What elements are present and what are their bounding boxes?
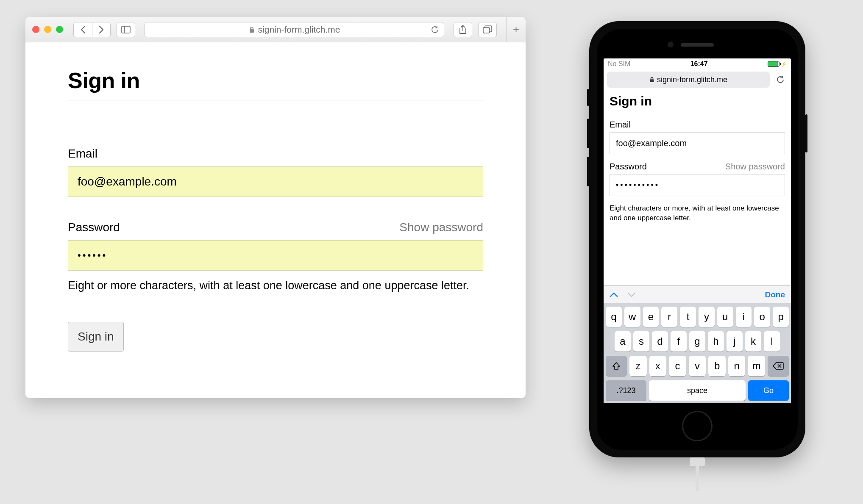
page-content: Sign in Email Password Show password Eig… (25, 42, 526, 398)
key-e[interactable]: e (643, 307, 659, 327)
chevron-left-icon (80, 25, 86, 34)
iphone-device: No SIM 16:47 ⚡ signin-form.glitch.me Sig… (589, 21, 805, 457)
reload-icon (431, 26, 439, 33)
nav-buttons (73, 22, 111, 37)
speaker-grille (681, 43, 714, 47)
keyboard-row-3: zxcvbnm (606, 356, 789, 376)
email-input[interactable] (68, 166, 483, 197)
title-divider (68, 100, 483, 100)
key-c[interactable]: c (669, 356, 686, 376)
share-button[interactable] (454, 22, 472, 37)
key-i[interactable]: i (736, 307, 752, 327)
keyboard-row-2: asdfghjkl (606, 331, 789, 352)
front-camera (668, 42, 674, 47)
mobile-address-bar[interactable]: signin-form.glitch.me (607, 72, 770, 88)
share-icon (459, 25, 467, 34)
password-field-group: Password Show password Eight or more cha… (68, 221, 483, 292)
mobile-reload-button[interactable] (773, 76, 788, 83)
mobile-password-label: Password (610, 162, 647, 172)
email-label: Email (68, 147, 97, 161)
mute-switch (587, 89, 589, 106)
safari-window: signin-form.glitch.me + Sign in Email P (25, 17, 526, 398)
key-v[interactable]: v (689, 356, 706, 376)
plus-icon: + (513, 23, 519, 36)
mobile-email-label: Email (610, 120, 631, 130)
tabs-button[interactable] (478, 22, 497, 37)
email-field-group: Email (68, 147, 483, 197)
key-y[interactable]: y (699, 307, 715, 327)
mobile-email-input[interactable] (610, 132, 785, 154)
close-window-button[interactable] (32, 26, 39, 33)
status-bar: No SIM 16:47 ⚡ (604, 58, 791, 69)
mobile-page-title: Sign in (610, 94, 785, 108)
key-b[interactable]: b (708, 356, 726, 376)
mobile-password-input[interactable] (610, 174, 785, 196)
battery-icon (768, 61, 779, 67)
chevron-down-icon (627, 292, 636, 298)
svg-rect-2 (250, 29, 254, 33)
backspace-key[interactable] (768, 356, 789, 376)
chevron-right-icon (98, 25, 104, 34)
key-u[interactable]: u (717, 307, 733, 327)
key-k[interactable]: k (745, 331, 761, 352)
keyboard-accessory-bar: Done (604, 285, 791, 303)
battery-indicator: ⚡ (768, 61, 787, 67)
keyboard-done-button[interactable]: Done (765, 290, 785, 299)
back-button[interactable] (73, 22, 92, 37)
go-key[interactable]: Go (748, 380, 789, 401)
power-button (805, 114, 807, 152)
reload-button[interactable] (431, 26, 439, 33)
iphone-screen: No SIM 16:47 ⚡ signin-form.glitch.me Sig… (604, 58, 791, 403)
show-password-toggle[interactable]: Show password (399, 221, 483, 234)
volume-down-button (587, 157, 589, 186)
maximize-window-button[interactable] (56, 26, 63, 33)
key-x[interactable]: x (649, 356, 667, 376)
mobile-show-password-toggle[interactable]: Show password (725, 162, 785, 172)
key-j[interactable]: j (727, 331, 743, 352)
key-s[interactable]: s (633, 331, 649, 352)
lock-icon (649, 77, 654, 83)
sidebar-toggle-button[interactable] (117, 22, 135, 37)
key-n[interactable]: n (728, 356, 746, 376)
numbers-key[interactable]: .?123 (606, 380, 646, 401)
address-bar[interactable]: signin-form.glitch.me (145, 22, 444, 37)
signin-button[interactable]: Sign in (68, 322, 124, 352)
charging-icon: ⚡ (781, 61, 787, 67)
clock-label: 16:47 (690, 60, 708, 68)
new-tab-button[interactable]: + (506, 17, 526, 42)
address-bar-text: signin-form.glitch.me (258, 25, 340, 35)
key-z[interactable]: z (629, 356, 647, 376)
key-a[interactable]: a (615, 331, 631, 352)
mobile-password-hint: Eight characters or more, with at least … (610, 204, 785, 223)
lightning-cable (690, 457, 705, 491)
key-r[interactable]: r (661, 307, 677, 327)
shift-key[interactable] (606, 356, 627, 376)
window-controls (32, 26, 63, 33)
password-hint: Eight or more characters, with at least … (68, 279, 483, 292)
key-q[interactable]: q (606, 307, 622, 327)
password-input[interactable] (68, 240, 483, 271)
key-o[interactable]: o (754, 307, 770, 327)
key-d[interactable]: d (652, 331, 668, 352)
volume-up-button (587, 119, 589, 148)
shift-icon (612, 362, 621, 370)
key-h[interactable]: h (708, 331, 724, 352)
key-t[interactable]: t (680, 307, 696, 327)
reload-icon (777, 76, 784, 83)
mobile-address-text: signin-form.glitch.me (657, 75, 727, 84)
home-button[interactable] (682, 411, 713, 441)
key-g[interactable]: g (689, 331, 705, 352)
space-key[interactable]: space (649, 380, 746, 401)
key-f[interactable]: f (671, 331, 687, 352)
forward-button[interactable] (92, 22, 111, 37)
minimize-window-button[interactable] (44, 26, 51, 33)
key-w[interactable]: w (624, 307, 640, 327)
next-field-button[interactable] (627, 292, 636, 298)
sidebar-icon (121, 26, 131, 33)
backspace-icon (773, 362, 784, 370)
carrier-label: No SIM (608, 60, 630, 68)
key-l[interactable]: l (764, 331, 780, 352)
key-p[interactable]: p (773, 307, 789, 327)
key-m[interactable]: m (748, 356, 765, 376)
previous-field-button[interactable] (610, 292, 618, 298)
